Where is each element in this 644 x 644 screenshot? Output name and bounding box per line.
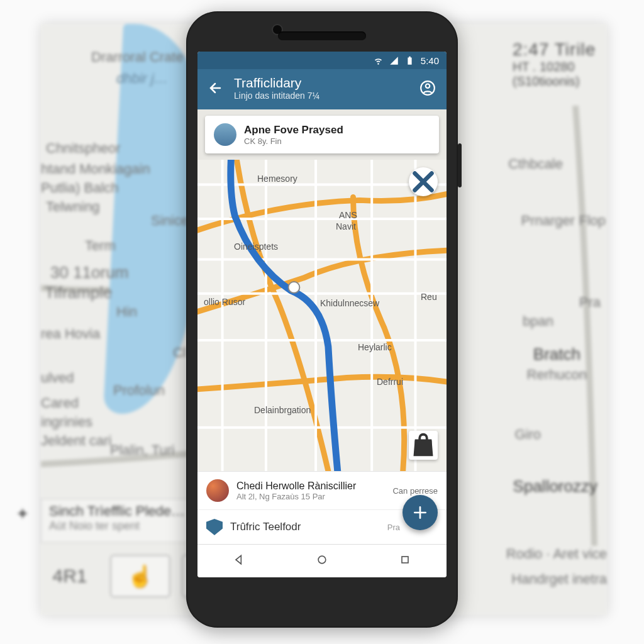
app-subtitle: Linjo das intitaden 7¼: [234, 91, 418, 101]
place-card[interactable]: Apne Fove Praysed CK 8y. Fin: [205, 116, 439, 153]
phone-screen: 5:40 Trafficlidary Linjo das intitaden 7…: [197, 52, 447, 577]
place-title: Apne Fove Praysed: [244, 124, 343, 136]
shield-icon: [206, 519, 223, 535]
app-title: Trafficlidary: [234, 75, 418, 91]
destination-title: Chedi Herwolle Ràniscillier: [236, 480, 385, 492]
svg-point-1: [426, 84, 430, 89]
fab-add[interactable]: [402, 495, 438, 530]
status-time: 5:40: [421, 55, 439, 66]
destination-sub: Alt 2l, Ng Fazaùs 15 Par: [236, 492, 385, 501]
destination-right: Can perrese: [392, 486, 438, 496]
nav-back-icon[interactable]: [233, 553, 245, 569]
map-view[interactable]: Hemesory ANS Navit Oineisptets ollio Rus…: [197, 160, 447, 471]
phone-frame: 5:40 Trafficlidary Linjo das intitaden 7…: [186, 11, 458, 628]
app-bar: Trafficlidary Linjo das intitaden 7¼: [197, 69, 447, 109]
svg-rect-5: [402, 557, 408, 563]
nav-home-icon[interactable]: [316, 553, 328, 569]
destination-avatar: [206, 479, 229, 502]
hand-icon[interactable]: ☝: [110, 555, 170, 597]
bag-button[interactable]: [409, 431, 438, 460]
traffic-label: Trûfric Teelfodr: [230, 521, 380, 533]
wifi-icon: [374, 56, 383, 65]
signal-icon: [389, 56, 399, 65]
back-button[interactable]: [206, 79, 225, 97]
place-avatar: [214, 123, 236, 146]
svg-rect-3: [415, 440, 432, 455]
place-sub: CK 8y. Fin: [244, 136, 343, 146]
profile-icon[interactable]: [418, 78, 438, 98]
bottom-panel: Chedi Herwolle Ràniscillier Alt 2l, Ng F…: [197, 471, 447, 544]
bg-side-info: 2:47 Tirile HT . 10280 (S10tioonis): [513, 40, 601, 96]
svg-point-4: [318, 556, 326, 564]
status-bar: 5:40: [197, 52, 447, 69]
close-button[interactable]: [409, 167, 438, 196]
svg-point-2: [289, 282, 300, 293]
nav-recent-icon[interactable]: [399, 553, 411, 569]
traffic-row[interactable]: Trûfric Teelfodr Pra: [197, 510, 447, 544]
android-nav-bar: [197, 544, 447, 577]
battery-icon: [405, 56, 414, 65]
